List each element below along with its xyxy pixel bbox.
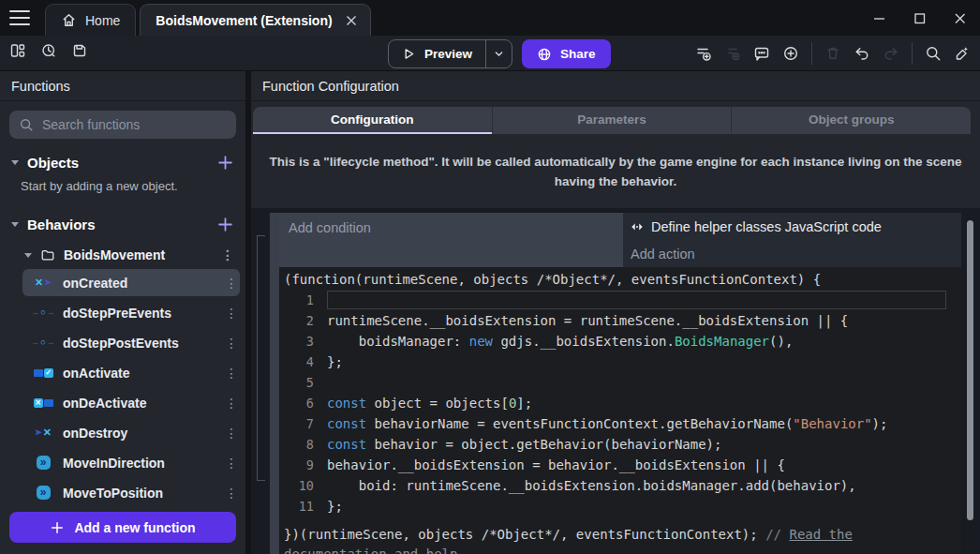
preview-options-button[interactable] xyxy=(486,40,512,67)
add-action-button[interactable]: Add action xyxy=(623,241,961,267)
line-number: 8 xyxy=(284,434,314,455)
line-number: 10 xyxy=(284,475,314,496)
events-scrollbar[interactable] xyxy=(967,220,973,520)
preview-button[interactable]: Preview xyxy=(389,40,486,67)
function-item-dosteppostevents[interactable]: →○→doStepPostEvents⋮ xyxy=(22,329,240,356)
gear-function-icon: » xyxy=(32,486,54,500)
objects-empty-hint: Start by adding a new object. xyxy=(21,179,234,193)
code-line-6[interactable]: 6const object = objects[0]; xyxy=(284,393,961,413)
behaviors-section-label: Behaviors xyxy=(27,217,96,232)
function-item-ondestroy[interactable]: ➤✕onDestroy⋮ xyxy=(22,419,240,446)
code-line-content xyxy=(327,291,946,309)
share-button[interactable]: Share xyxy=(522,39,611,68)
objects-section-row[interactable]: Objects xyxy=(11,150,234,174)
add-object-button[interactable] xyxy=(216,154,234,172)
tab-configuration[interactable]: Configuration xyxy=(253,107,492,134)
content: Functions Objects Start by adding a new … xyxy=(0,71,980,554)
add-comment-icon[interactable] xyxy=(753,45,770,62)
save-icon[interactable] xyxy=(71,42,88,59)
line-number: 1 xyxy=(284,290,314,310)
js-code-event[interactable]: Add condition Define helper classes Java… xyxy=(270,213,961,554)
function-item-dosteppreevents[interactable]: →○→doStepPreEvents⋮ xyxy=(22,299,240,326)
activate-function-icon: ✓ xyxy=(32,368,54,378)
behaviors-section-row[interactable]: Behaviors xyxy=(11,212,234,236)
configuration-tabbar: ConfigurationParametersObject groups xyxy=(253,107,971,134)
code-line-8[interactable]: 8const behavior = object.getBehavior(beh… xyxy=(284,434,961,455)
line-number: 11 xyxy=(284,496,314,517)
more-options-icon[interactable]: ⋮ xyxy=(225,426,236,441)
more-options-icon[interactable]: ⋮ xyxy=(225,486,236,501)
events-sheet: Add condition Define helper classes Java… xyxy=(251,208,980,554)
code-footer-comment: // xyxy=(765,527,789,542)
redo-icon xyxy=(883,45,899,62)
function-item-ondeactivate[interactable]: ✕onDeActivate⋮ xyxy=(22,389,240,416)
search-icon[interactable] xyxy=(925,45,942,62)
more-options-icon[interactable]: ⋮ xyxy=(225,396,236,411)
js-code-editor[interactable]: (function(runtimeScene, objects /*Object… xyxy=(279,267,961,554)
more-options-icon[interactable]: ⋮ xyxy=(225,366,236,381)
step-function-icon: →○→ xyxy=(32,338,54,347)
tab-boidsmovement-extension[interactable]: BoidsMovement (Extension) xyxy=(140,4,370,36)
plus-icon xyxy=(50,520,65,535)
add-event-icon[interactable] xyxy=(695,45,712,62)
line-number: 4 xyxy=(284,352,314,372)
function-item-label: onCreated xyxy=(63,276,127,291)
add-function-button[interactable]: Add a new function xyxy=(9,512,236,543)
js-event-header[interactable]: Define helper classes JavaScript code xyxy=(623,213,961,241)
history-icon[interactable] xyxy=(40,42,57,59)
tab-object-groups[interactable]: Object groups xyxy=(731,107,971,134)
event-header: Add condition Define helper classes Java… xyxy=(279,213,961,267)
add-subevent-icon xyxy=(724,45,741,62)
more-options-icon[interactable]: ⋮ xyxy=(225,306,236,321)
share-button-label: Share xyxy=(560,47,596,61)
folder-icon xyxy=(40,247,55,262)
code-line-9[interactable]: 9behavior.__boidsExtension = behavior.__… xyxy=(284,455,961,475)
code-line-content: runtimeScene.__boidsExtension = runtimeS… xyxy=(327,310,946,331)
search-functions-input[interactable] xyxy=(42,117,227,132)
close-window-icon[interactable] xyxy=(953,11,967,25)
code-line-content xyxy=(327,372,946,393)
chevron-down-icon xyxy=(11,160,19,165)
main-panel-title: Function Configuration xyxy=(251,71,980,101)
add-condition-button[interactable]: Add condition xyxy=(279,213,623,267)
more-options-icon[interactable]: ⋮ xyxy=(225,336,236,351)
more-options-icon[interactable]: ⋮ xyxy=(225,456,236,471)
code-line-5[interactable]: 5 xyxy=(284,372,961,393)
behavior-group-row[interactable]: BoidsMovement ⋮ xyxy=(24,247,232,262)
function-item-label: doStepPreEvents xyxy=(63,306,171,321)
tab-parameters[interactable]: Parameters xyxy=(492,107,732,134)
code-line-11[interactable]: 11}; xyxy=(284,496,961,517)
event-actions-column: Define helper classes JavaScript code Ad… xyxy=(623,213,961,267)
code-line-content: boid: runtimeScene.__boidsExtension.boid… xyxy=(327,475,946,496)
titlebar: Home BoidsMovement (Extension) xyxy=(0,0,980,36)
add-other-icon[interactable] xyxy=(782,45,799,62)
close-tab-icon[interactable] xyxy=(346,15,357,26)
edit-sparkle-icon[interactable] xyxy=(954,45,971,62)
function-item-oncreated[interactable]: ✕➤onCreated⋮ xyxy=(22,269,240,296)
line-number: 5 xyxy=(284,372,314,393)
code-line-3[interactable]: 3 boidsManager: new gdjs.__boidsExtensio… xyxy=(284,331,961,352)
behavior-group-label: BoidsMovement xyxy=(64,247,165,262)
function-item-moveindirection[interactable]: »MoveInDirection⋮ xyxy=(22,449,240,476)
main-menu-icon[interactable] xyxy=(9,10,30,25)
function-item-onactivate[interactable]: ✓onActivate⋮ xyxy=(22,359,240,386)
code-line-10[interactable]: 10 boid: runtimeScene.__boidsExtension.b… xyxy=(284,475,961,496)
code-line-1[interactable]: 1 xyxy=(284,290,961,310)
tab-home[interactable]: Home xyxy=(45,4,136,36)
code-line-7[interactable]: 7const behaviorName = eventsFunctionCont… xyxy=(284,413,961,434)
function-item-movetoposition[interactable]: »MoveToPosition⋮ xyxy=(22,479,240,506)
step-function-icon: →○→ xyxy=(32,308,54,317)
minimize-icon[interactable] xyxy=(872,11,886,25)
add-behavior-button[interactable] xyxy=(216,216,234,233)
globe-icon xyxy=(537,47,552,62)
maximize-icon[interactable] xyxy=(913,11,927,25)
more-options-icon[interactable]: ⋮ xyxy=(225,276,236,291)
panels-icon[interactable] xyxy=(9,42,26,59)
active-tab-label: BoidsMovement (Extension) xyxy=(156,13,332,28)
code-line-content: const behavior = object.getBehavior(beha… xyxy=(327,434,946,455)
undo-icon[interactable] xyxy=(854,45,870,62)
code-line-4[interactable]: 4}; xyxy=(284,352,961,372)
more-options-icon[interactable]: ⋮ xyxy=(221,247,232,262)
code-line-2[interactable]: 2runtimeScene.__boidsExtension = runtime… xyxy=(284,310,961,331)
code-line-content: const behaviorName = eventsFunctionConte… xyxy=(327,413,946,434)
